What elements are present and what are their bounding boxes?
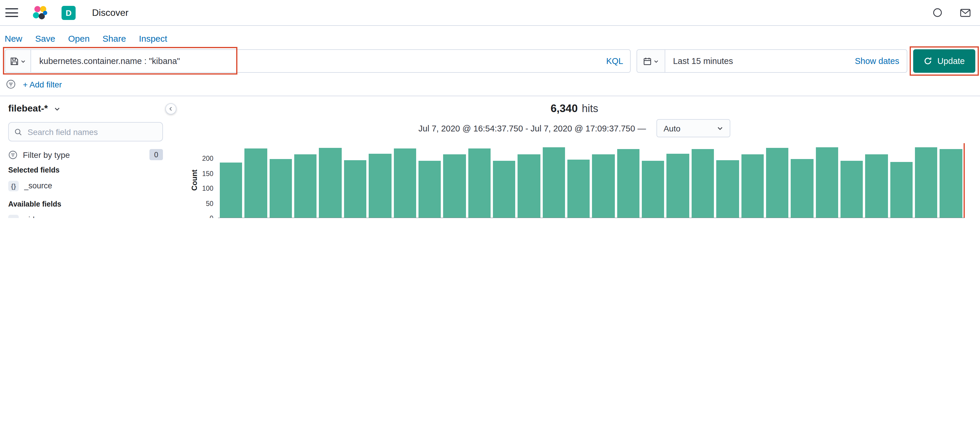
field-item[interactable]: {}_source	[8, 177, 163, 194]
search-icon	[14, 128, 22, 136]
help-icon[interactable]	[932, 8, 942, 18]
interval-value: Auto	[663, 123, 681, 133]
save-query-button[interactable]	[5, 49, 30, 73]
current-time-marker	[963, 143, 965, 218]
field-name: _source	[24, 181, 52, 190]
menu-icon[interactable]	[5, 8, 18, 17]
newsfeed-icon[interactable]	[960, 8, 970, 17]
histogram-bar[interactable]	[220, 163, 242, 218]
collapse-sidebar-button[interactable]	[165, 103, 177, 115]
chevron-down-icon	[717, 125, 723, 131]
histogram-bar[interactable]	[840, 161, 863, 218]
histogram-bar[interactable]	[542, 147, 565, 218]
top-nav: NewSaveOpenShareInspect	[0, 26, 980, 47]
histogram-bar[interactable]	[294, 154, 317, 218]
date-picker: Last 15 minutes Show dates	[636, 49, 907, 73]
selected-fields-heading: Selected fields	[8, 166, 163, 174]
y-axis-label: 200	[190, 155, 213, 162]
page-body: filebeat-* Filter by type 0 Selected fie…	[0, 96, 980, 218]
histogram-bar[interactable]	[791, 159, 813, 218]
query-bar: KQL Last 15 minutes Show dates Update	[0, 47, 980, 75]
chevron-down-icon	[654, 58, 659, 64]
histogram-bar[interactable]	[940, 149, 963, 218]
hits-count: 6,340	[550, 102, 578, 115]
histogram-bar[interactable]	[865, 155, 888, 218]
field-item[interactable]: t_id	[8, 211, 163, 218]
histogram-bar[interactable]	[741, 155, 764, 218]
histogram-bar[interactable]	[418, 161, 441, 218]
histogram-plot: 050100150200	[218, 143, 965, 218]
fields-sidebar: filebeat-* Filter by type 0 Selected fie…	[0, 96, 171, 218]
field-search-box	[8, 122, 163, 141]
histogram-bar[interactable]	[518, 154, 540, 218]
query-input-group: KQL	[5, 49, 631, 73]
update-button-label: Update	[937, 56, 965, 66]
histogram-bar[interactable]	[319, 148, 342, 218]
nav-link-open[interactable]: Open	[68, 34, 89, 43]
histogram-bar[interactable]	[592, 154, 615, 218]
field-name: _id	[24, 216, 35, 218]
chevron-down-icon	[54, 105, 60, 112]
histogram-bar[interactable]	[443, 154, 466, 218]
space-avatar[interactable]: D	[62, 6, 76, 20]
nav-link-share[interactable]: Share	[103, 34, 126, 43]
interval-select[interactable]: Auto	[657, 119, 730, 137]
histogram-bar[interactable]	[667, 154, 689, 218]
update-button[interactable]: Update	[913, 49, 975, 73]
histogram-bar[interactable]	[915, 147, 937, 218]
histogram-bar[interactable]	[344, 160, 367, 218]
nav-link-save[interactable]: Save	[35, 34, 55, 43]
available-fields-list: t_idt_index#_scoret_type▦@timestamptagen…	[8, 211, 163, 218]
histogram-bar[interactable]	[269, 159, 292, 218]
filter-by-type-button[interactable]: Filter by type 0	[8, 149, 163, 160]
update-button-wrap: Update	[913, 49, 975, 73]
top-header: D Discover	[0, 0, 980, 26]
query-language-button[interactable]: KQL	[606, 56, 623, 66]
available-fields-heading: Available fields	[8, 200, 163, 208]
filter-by-type-icon	[8, 150, 18, 159]
histogram-bar[interactable]	[245, 148, 267, 218]
calendar-icon	[643, 57, 652, 65]
histogram-chart: Count 050100150200 16:55:0016:56:0016:57…	[177, 143, 972, 218]
page-title: Discover	[92, 7, 128, 18]
range-row: Jul 7, 2020 @ 16:54:37.750 - Jul 7, 2020…	[177, 119, 972, 137]
y-axis-label: 50	[190, 200, 213, 207]
t-field-icon: t	[8, 214, 19, 218]
query-input-box: KQL	[30, 49, 631, 73]
chevron-down-icon	[21, 58, 26, 64]
nav-link-new[interactable]: New	[5, 34, 22, 43]
index-pattern-selector[interactable]: filebeat-*	[8, 103, 163, 114]
histogram-bars	[218, 143, 965, 218]
histogram-bar[interactable]	[816, 147, 838, 218]
field-search-input[interactable]	[26, 126, 157, 137]
histogram-bar[interactable]	[692, 149, 714, 218]
time-range-text: Jul 7, 2020 @ 16:54:37.750 - Jul 7, 2020…	[418, 123, 646, 133]
histogram-bar[interactable]	[567, 160, 590, 218]
histogram-bar[interactable]	[493, 161, 515, 218]
histogram-bar[interactable]	[468, 148, 491, 218]
histogram-bar[interactable]	[369, 154, 391, 218]
histogram-bar[interactable]	[766, 148, 789, 218]
add-filter-button[interactable]: + Add filter	[23, 80, 62, 89]
filter-bar: + Add filter	[0, 75, 980, 96]
histogram-bar[interactable]	[642, 161, 664, 218]
date-picker-calendar-button[interactable]	[637, 50, 665, 72]
chevron-left-icon	[168, 106, 173, 112]
refresh-icon	[924, 57, 932, 65]
query-input[interactable]	[38, 56, 601, 66]
histogram-bar[interactable]	[617, 149, 640, 218]
show-dates-button[interactable]: Show dates	[855, 56, 907, 66]
nav-link-inspect[interactable]: Inspect	[139, 34, 167, 43]
elastic-logo[interactable]	[32, 5, 48, 20]
filter-count-badge: 0	[150, 149, 163, 160]
discover-main: 6,340 hits Jul 7, 2020 @ 16:54:37.750 - …	[171, 96, 980, 218]
histogram-bar[interactable]	[890, 162, 913, 218]
kibana-discover-app: D Discover NewSaveOpenShareInspect KQL	[0, 0, 980, 218]
filter-icon[interactable]	[6, 79, 16, 89]
y-axis-label: 100	[190, 185, 213, 192]
histogram-bar[interactable]	[394, 149, 416, 218]
histogram-bar[interactable]	[716, 160, 739, 218]
time-range-label[interactable]: Last 15 minutes	[665, 56, 741, 66]
source-field-icon: {}	[8, 180, 19, 191]
hits-label: hits	[582, 103, 598, 115]
